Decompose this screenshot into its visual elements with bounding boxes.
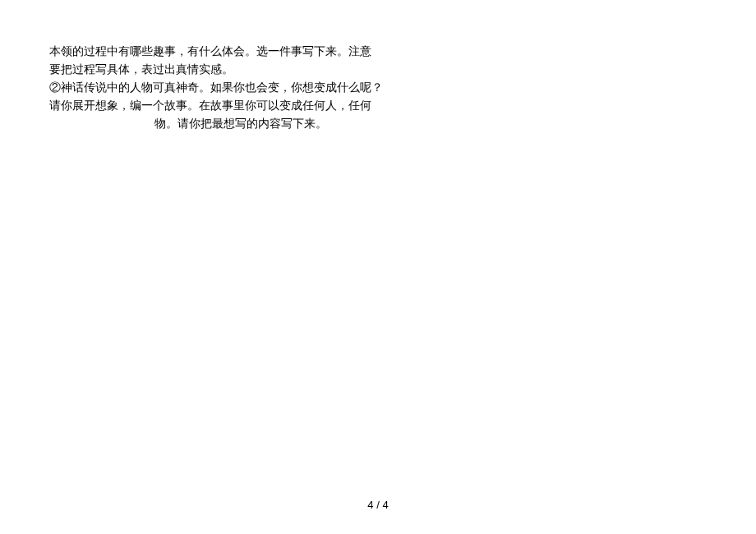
text-line: ②神话传说中的人物可真神奇。如果你也会变，你想变成什么呢？	[49, 79, 386, 97]
text-line: 物。请你把最想写的内容写下来。	[49, 115, 386, 133]
page-number: 4 / 4	[0, 499, 756, 511]
document-content: 本领的过程中有哪些趣事，有什么体会。选一件事写下来。注意 要把过程写具体，表过出…	[49, 43, 386, 133]
text-line: 请你展开想象，编一个故事。在故事里你可以变成任何人，任何	[49, 97, 386, 115]
text-line: 本领的过程中有哪些趣事，有什么体会。选一件事写下来。注意	[49, 43, 386, 61]
text-line: 要把过程写具体，表过出真情实感。	[49, 61, 386, 79]
